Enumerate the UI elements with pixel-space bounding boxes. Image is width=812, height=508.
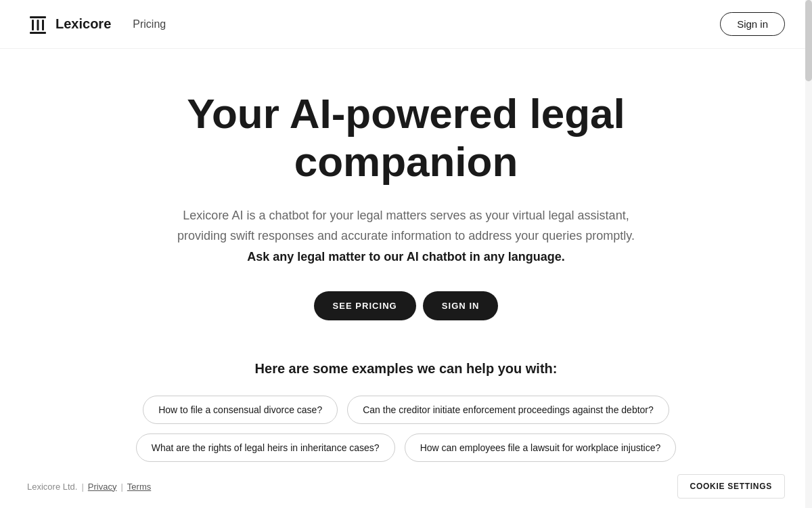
hero-sign-in-button[interactable]: SIGN IN: [423, 291, 499, 320]
example-chip[interactable]: How to file a consensual divorce case?: [143, 396, 338, 424]
hero-subtitle-bold: Ask any legal matter to our AI chatbot i…: [247, 250, 564, 263]
hero-subtitle-plain: Lexicore AI is a chatbot for your legal …: [177, 209, 635, 243]
scrollbar-thumb[interactable]: [805, 0, 812, 81]
nav-pricing[interactable]: Pricing: [127, 16, 171, 33]
hero-title: Your AI-powered legal companion: [102, 89, 710, 186]
svg-rect-2: [37, 20, 39, 30]
svg-rect-4: [30, 32, 46, 34]
header-sign-in-button[interactable]: Sign in: [720, 12, 785, 36]
example-chip[interactable]: What are the rights of legal heirs in in…: [136, 433, 395, 462]
logo-text: Lexicore: [55, 16, 111, 32]
example-chip[interactable]: How can employees file a lawsuit for wor…: [405, 433, 677, 462]
example-row: What are the rights of legal heirs in in…: [136, 433, 677, 462]
footer-sep2: |: [120, 482, 122, 492]
hero-subtitle: Lexicore AI is a chatbot for your legal …: [169, 205, 643, 268]
footer-sep1: |: [81, 482, 83, 492]
logo[interactable]: Lexicore: [27, 14, 111, 35]
lexicore-logo-icon: [27, 14, 49, 35]
footer-left: Lexicore Ltd. | Privacy | Terms: [27, 482, 151, 492]
footer-terms-link[interactable]: Terms: [127, 482, 151, 492]
footer-privacy-link[interactable]: Privacy: [88, 482, 117, 492]
svg-rect-0: [30, 16, 46, 18]
example-chip[interactable]: Can the creditor initiate enforcement pr…: [347, 396, 669, 424]
cta-buttons: SEE PRICING SIGN IN: [314, 291, 499, 320]
cookie-settings-button[interactable]: COOKIE SETTINGS: [677, 474, 785, 499]
svg-rect-1: [32, 20, 34, 30]
svg-rect-3: [42, 20, 44, 30]
scrollbar-track: [805, 0, 812, 508]
examples-heading: Here are some examples we can help you w…: [255, 361, 558, 377]
see-pricing-button[interactable]: SEE PRICING: [314, 291, 416, 320]
footer-company: Lexicore Ltd.: [27, 482, 77, 492]
example-row: How to file a consensual divorce case?Ca…: [143, 396, 669, 424]
